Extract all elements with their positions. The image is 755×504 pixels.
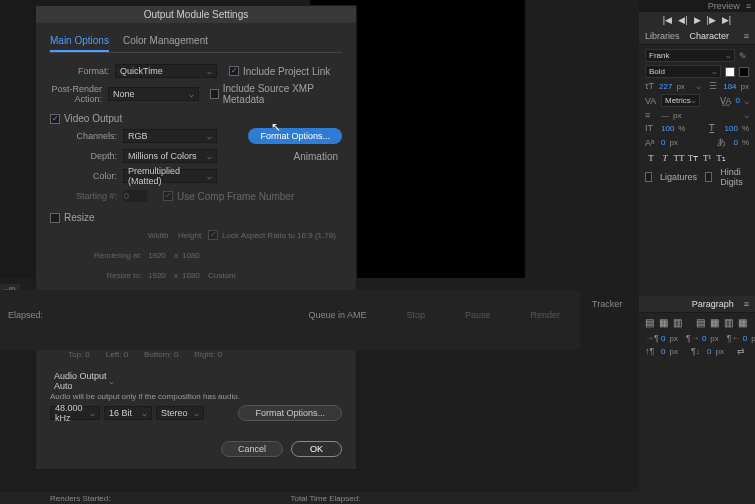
justify-left-icon[interactable]: ▤ — [696, 317, 707, 329]
format-options-button[interactable]: Format Options... — [248, 128, 342, 144]
tab-main-options[interactable]: Main Options — [50, 31, 109, 52]
vscale-input[interactable]: 100 — [661, 124, 674, 133]
align-center-icon[interactable]: ▦ — [659, 317, 670, 329]
font-size-icon: τT — [645, 81, 655, 91]
audio-rate-dropdown[interactable]: 48.000 kHz — [50, 406, 100, 420]
justify-right-icon[interactable]: ▥ — [724, 317, 735, 329]
align-left-icon[interactable]: ▤ — [645, 317, 656, 329]
space-after-input[interactable]: 0 — [707, 347, 711, 356]
kerning-dropdown[interactable]: Metrics — [661, 94, 700, 107]
post-render-dropdown[interactable]: None — [108, 87, 199, 101]
depth-dropdown[interactable]: Millions of Colors — [123, 149, 217, 163]
post-render-label: Post-Render Action: — [50, 84, 108, 104]
output-module-settings-dialog: Output Module Settings Main Options Colo… — [35, 5, 357, 470]
faux-italic-button[interactable]: T — [659, 152, 671, 164]
leading-input[interactable]: 184 — [723, 82, 736, 91]
panel-menu-icon[interactable]: ≡ — [746, 1, 751, 11]
animation-codec-label: Animation — [217, 151, 342, 162]
last-frame-icon[interactable]: ▶| — [722, 15, 731, 25]
indent-right-input[interactable]: 0 — [743, 334, 747, 343]
tsume-icon: あ — [717, 136, 729, 149]
tracking-dropdown-icon[interactable]: ⌵ — [744, 96, 749, 106]
rendering-width: 1920 — [148, 251, 174, 260]
audio-output-dropdown[interactable]: Audio Output Auto — [50, 374, 118, 388]
include-project-link-label: Include Project Link — [243, 66, 330, 77]
color-label: Color: — [58, 171, 123, 181]
stop-button[interactable]: Stop — [406, 310, 425, 320]
stroke-dropdown-icon[interactable]: ⌵ — [744, 110, 749, 120]
font-weight-dropdown[interactable]: Bold — [645, 65, 721, 78]
eyedropper-icon[interactable]: ✎ — [739, 51, 749, 61]
renders-started-label: Renders Started: — [50, 494, 110, 503]
tab-color-management[interactable]: Color Management — [123, 31, 208, 52]
superscript-button[interactable]: T¹ — [701, 152, 713, 164]
leading-icon: ☰ — [709, 81, 719, 91]
preview-panel-title: Preview — [708, 1, 740, 11]
fill-color-swatch[interactable] — [725, 67, 735, 77]
starting-number-input — [123, 190, 147, 202]
indent-left-input[interactable]: 0 — [661, 334, 665, 343]
audio-format-options-button[interactable]: Format Options... — [238, 405, 342, 421]
use-comp-frame-checkbox — [163, 191, 173, 201]
justify-center-icon[interactable]: ▦ — [710, 317, 721, 329]
queue-ame-button[interactable]: Queue in AME — [308, 310, 366, 320]
tracking-input[interactable]: 0 — [736, 96, 740, 105]
tsume-input[interactable]: 0 — [733, 138, 737, 147]
cancel-button[interactable]: Cancel — [221, 441, 283, 457]
render-button[interactable]: Render — [530, 310, 560, 320]
include-project-link-checkbox[interactable] — [229, 66, 239, 76]
video-output-label: Video Output — [64, 113, 122, 124]
indent-first-input[interactable]: 0 — [702, 334, 706, 343]
video-output-checkbox[interactable] — [50, 114, 60, 124]
font-size-input[interactable]: 227 — [659, 82, 672, 91]
resize-label: Resize — [64, 212, 95, 223]
hindi-digits-checkbox[interactable] — [705, 172, 712, 182]
panel-menu-icon[interactable]: ≡ — [744, 299, 749, 309]
audio-channel-dropdown[interactable]: Stereo — [156, 406, 204, 420]
prev-frame-icon[interactable]: ◀| — [678, 15, 687, 25]
subscript-button[interactable]: T₁ — [715, 152, 727, 164]
size-dropdown-icon[interactable]: ⌵ — [696, 81, 701, 91]
tab-libraries[interactable]: Libraries — [645, 31, 680, 41]
all-caps-button[interactable]: TT — [673, 152, 685, 164]
justify-all-icon[interactable]: ▦ — [738, 317, 749, 329]
space-before-input[interactable]: 0 — [661, 347, 665, 356]
depth-label: Depth: — [58, 151, 123, 161]
indent-first-icon: ¶→ — [686, 333, 698, 343]
ligatures-label: Ligatures — [660, 172, 697, 182]
format-dropdown[interactable]: QuickTime — [115, 64, 217, 78]
channels-dropdown[interactable]: RGB — [123, 129, 217, 143]
color-dropdown[interactable]: Premultiplied (Matted) — [123, 169, 217, 183]
ligatures-checkbox[interactable] — [645, 172, 652, 182]
stroke-color-swatch[interactable] — [739, 67, 749, 77]
hindi-digits-label: Hindi Digits — [720, 167, 749, 187]
include-xmp-checkbox[interactable] — [210, 89, 219, 99]
align-right-icon[interactable]: ▥ — [673, 317, 684, 329]
rendering-at-label: Rendering at: — [58, 251, 148, 260]
kerning-icon: VA — [645, 96, 657, 106]
next-frame-icon[interactable]: |▶ — [707, 15, 716, 25]
tab-paragraph[interactable]: Paragraph — [692, 299, 734, 309]
starting-label: Starting #: — [58, 191, 123, 201]
first-frame-icon[interactable]: |◀ — [663, 15, 672, 25]
font-family-dropdown[interactable]: Frank — [645, 49, 735, 62]
hscale-input[interactable]: 100 — [725, 124, 738, 133]
audio-note: Audio will be output only if the composi… — [50, 392, 342, 401]
panel-menu-icon[interactable]: ≡ — [744, 31, 749, 41]
tab-character[interactable]: Character — [690, 31, 730, 41]
direction-icon[interactable]: ⇄ — [737, 346, 749, 356]
resize-checkbox[interactable] — [50, 213, 60, 223]
play-icon[interactable]: ▶ — [694, 15, 701, 25]
use-comp-frame-label: Use Comp Frame Number — [177, 191, 294, 202]
indent-right-icon: ¶← — [727, 333, 739, 343]
faux-bold-button[interactable]: T — [645, 152, 657, 164]
baseline-input[interactable]: 0 — [661, 138, 665, 147]
tab-tracker[interactable]: Tracker — [586, 296, 628, 312]
ok-button[interactable]: OK — [291, 441, 342, 457]
resize-to-label: Resize to: — [58, 271, 148, 280]
small-caps-button[interactable]: Tᴛ — [687, 152, 699, 164]
resize-to-height: 1080 — [182, 271, 208, 280]
pause-button[interactable]: Pause — [465, 310, 491, 320]
audio-bit-dropdown[interactable]: 16 Bit — [104, 406, 152, 420]
lock-aspect-label: Lock Aspect Ratio to 16:9 (1.78) — [222, 231, 336, 240]
